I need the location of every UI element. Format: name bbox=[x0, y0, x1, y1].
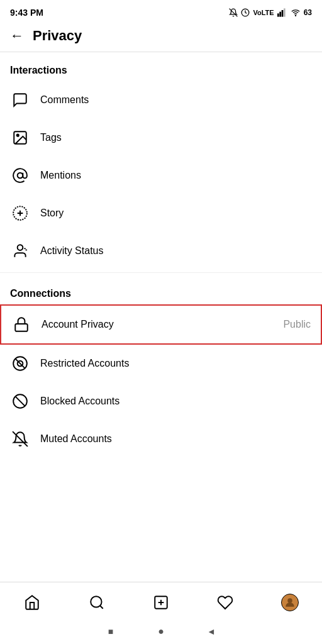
android-back-button[interactable]: ◄ bbox=[205, 625, 218, 638]
activity-status-menu-item[interactable]: Activity Status bbox=[0, 232, 322, 270]
comments-label: Comments bbox=[40, 94, 312, 106]
circle-icon: ● bbox=[158, 626, 164, 637]
story-menu-item[interactable]: Story bbox=[0, 194, 322, 232]
tag-icon bbox=[10, 128, 30, 148]
muted-icon bbox=[10, 429, 30, 449]
svg-rect-5 bbox=[284, 8, 286, 16]
svg-line-0 bbox=[230, 9, 238, 17]
svg-rect-3 bbox=[279, 12, 281, 17]
android-navigation: ■ ● ◄ bbox=[0, 620, 322, 644]
signal-icon: VoLTE bbox=[253, 9, 274, 16]
comment-icon bbox=[10, 90, 30, 110]
svg-rect-2 bbox=[277, 13, 279, 16]
profile-icon bbox=[281, 594, 299, 611]
nav-search[interactable] bbox=[64, 594, 128, 611]
square-icon: ■ bbox=[108, 626, 113, 636]
wifi-icon bbox=[291, 8, 301, 17]
page-title: Privacy bbox=[33, 28, 82, 44]
cellular-icon bbox=[277, 8, 287, 17]
search-icon bbox=[88, 594, 106, 611]
android-home-button[interactable]: ● bbox=[155, 625, 167, 638]
account-privacy-label: Account Privacy bbox=[42, 319, 278, 330]
svg-rect-14 bbox=[15, 324, 28, 331]
lock-icon bbox=[11, 314, 31, 335]
nav-profile[interactable] bbox=[258, 594, 322, 611]
svg-point-6 bbox=[295, 15, 296, 16]
nav-activity[interactable] bbox=[193, 594, 257, 611]
svg-point-25 bbox=[287, 598, 292, 603]
account-privacy-value: Public bbox=[283, 319, 311, 330]
svg-point-13 bbox=[18, 245, 23, 250]
tags-menu-item[interactable]: Tags bbox=[0, 119, 322, 157]
blocked-accounts-menu-item[interactable]: Blocked Accounts bbox=[0, 382, 322, 420]
mentions-label: Mentions bbox=[40, 170, 312, 181]
page-header: ← Privacy bbox=[0, 23, 322, 52]
interactions-section-label: Interactions bbox=[0, 52, 322, 81]
svg-line-16 bbox=[15, 358, 25, 368]
android-square-button[interactable]: ■ bbox=[104, 625, 117, 638]
blocked-icon bbox=[10, 391, 30, 411]
svg-point-8 bbox=[17, 135, 19, 136]
restricted-icon bbox=[10, 353, 30, 374]
mentions-menu-item[interactable]: Mentions bbox=[0, 157, 322, 194]
connections-section-label: Connections bbox=[0, 275, 322, 304]
plus-icon bbox=[152, 594, 170, 611]
time-display: 9:43 PM bbox=[10, 8, 43, 18]
mention-icon bbox=[10, 165, 30, 186]
muted-accounts-menu-item[interactable]: Muted Accounts bbox=[0, 420, 322, 458]
activity-icon bbox=[10, 241, 30, 261]
heart-icon bbox=[216, 594, 234, 611]
triangle-icon: ◄ bbox=[207, 626, 216, 636]
home-icon bbox=[23, 594, 41, 611]
blocked-accounts-label: Blocked Accounts bbox=[40, 396, 312, 407]
svg-line-21 bbox=[100, 606, 103, 609]
activity-status-label: Activity Status bbox=[40, 245, 312, 257]
svg-line-18 bbox=[15, 396, 25, 406]
nav-bar bbox=[0, 582, 322, 620]
comments-menu-item[interactable]: Comments bbox=[0, 81, 322, 119]
muted-accounts-label: Muted Accounts bbox=[40, 433, 312, 445]
restricted-accounts-menu-item[interactable]: Restricted Accounts bbox=[0, 345, 322, 382]
bottom-navigation: ■ ● ◄ bbox=[0, 582, 322, 644]
clock-icon bbox=[241, 8, 250, 17]
svg-rect-4 bbox=[281, 10, 283, 17]
section-divider-1 bbox=[0, 272, 322, 273]
avatar bbox=[281, 594, 299, 611]
story-label: Story bbox=[40, 208, 312, 219]
story-icon bbox=[10, 203, 30, 223]
nav-home[interactable] bbox=[0, 594, 64, 611]
status-icons: VoLTE 63 bbox=[229, 8, 312, 17]
svg-line-19 bbox=[13, 431, 28, 447]
back-button[interactable]: ← bbox=[10, 29, 24, 43]
nav-new-post[interactable] bbox=[129, 594, 193, 611]
restricted-accounts-label: Restricted Accounts bbox=[40, 358, 312, 369]
svg-point-20 bbox=[91, 596, 101, 607]
status-bar: 9:43 PM VoLTE 63 bbox=[0, 0, 322, 23]
battery-display: 63 bbox=[304, 8, 312, 17]
notification-icon bbox=[229, 8, 238, 17]
svg-point-9 bbox=[18, 173, 23, 179]
account-privacy-menu-item[interactable]: Account Privacy Public bbox=[0, 304, 322, 345]
tags-label: Tags bbox=[40, 132, 312, 143]
